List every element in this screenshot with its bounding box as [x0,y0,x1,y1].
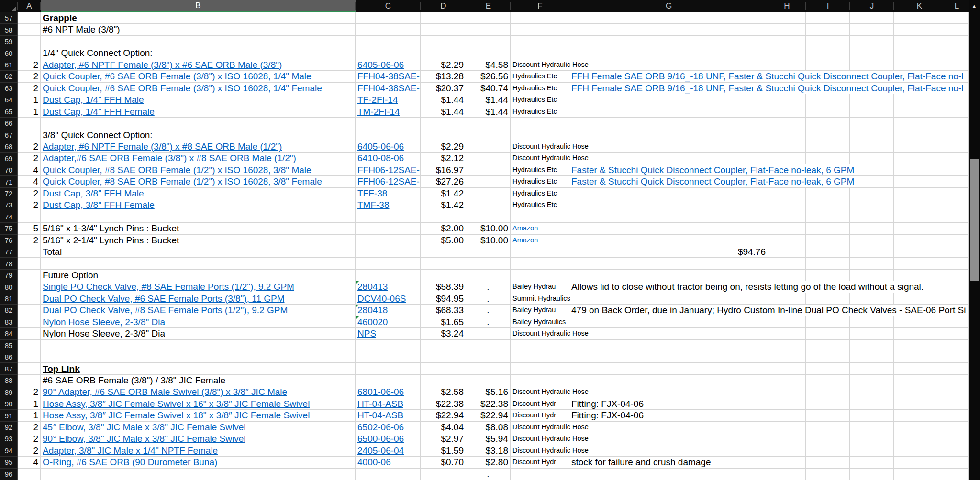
column-header-L[interactable]: L [945,0,969,12]
cell-A64[interactable]: 1 [18,94,40,105]
column-header-F[interactable]: F [511,0,569,12]
row-number-62[interactable]: 62 [0,71,17,82]
cell-F70[interactable]: Hydraulics Etc [511,164,557,175]
cell-E63[interactable]: $40.74 [466,83,510,94]
row-number-74[interactable]: 74 [0,211,17,223]
column-header-A[interactable]: A [18,0,41,12]
cell-D68[interactable]: $2.29 [421,141,466,152]
select-all-corner[interactable] [0,0,18,12]
row-number-80[interactable]: 80 [0,281,17,293]
row-number-96[interactable]: 96 [0,469,17,480]
scrollbar-thumb[interactable] [970,159,979,281]
column-header-D[interactable]: D [421,0,466,12]
cell-F69[interactable]: Discount Hydraulic Hose [511,153,589,164]
cell-D94[interactable]: $1.59 [421,445,466,456]
cell-A68[interactable]: 2 [18,141,40,152]
row-number-61[interactable]: 61 [0,59,17,71]
cell-F75-link[interactable]: Amazon [511,223,538,234]
cell-D62[interactable]: $13.28 [421,71,466,82]
cell-B71-link[interactable]: Quick Coupler, #8 SAE ORB Female (1/2") … [41,176,322,187]
row-number-71[interactable]: 71 [0,176,17,187]
cell-A90[interactable]: 1 [18,398,40,409]
cell-D89[interactable]: $2.58 [421,386,466,397]
cell-E91[interactable]: $22.94 [466,410,510,421]
cell-G71-link[interactable]: Faster & Stucchi Quick Disconnect Couple… [569,176,854,187]
cell-E83[interactable]: . [466,316,510,327]
column-header-E[interactable]: E [466,0,511,12]
row-number-88[interactable]: 88 [0,375,17,386]
cell-F72[interactable]: Hydraulics Etc [511,188,557,199]
cell-B63-link[interactable]: Quick Coupler, #6 SAE ORB Female (3/8") … [41,83,322,94]
cell-C89-link[interactable]: 6801-06-06 [356,386,404,397]
cell-D70[interactable]: $16.97 [421,164,466,175]
cell-C63-link[interactable]: FFH04-38SAE-F [356,83,420,94]
cell-F64[interactable]: Hydraulics Etc [511,94,557,105]
column-header-G[interactable]: G [569,0,768,12]
cell-D71[interactable]: $27.26 [421,176,466,187]
cell-D84[interactable]: $3.24 [421,328,466,339]
cell-D80[interactable]: $58.39 [421,281,466,292]
cell-B68-link[interactable]: Adapter, #6 NPTF Female (3/8") x #8 SAE … [41,141,282,152]
cell-C94-link[interactable]: 2405-06-04 [356,445,404,456]
cell-A71[interactable]: 4 [18,176,40,187]
cell-B94-link[interactable]: Adapter, 3/8" JIC Male x 1/4" NPTF Femal… [41,445,218,456]
cell-E82[interactable]: . [466,305,510,316]
cell-C90-link[interactable]: HT-04-ASB [356,398,403,409]
cell-E93[interactable]: $5.94 [466,433,510,444]
cell-A94[interactable]: 2 [18,445,40,456]
column-header-C[interactable]: C [356,0,421,12]
cell-E92[interactable]: $8.08 [466,422,510,433]
cell-A91[interactable]: 1 [18,410,40,421]
cell-F76-link[interactable]: Amazon [511,235,538,246]
cell-E95[interactable]: $2.80 [466,457,510,468]
cell-A69[interactable]: 2 [18,153,40,164]
row-number-95[interactable]: 95 [0,457,17,468]
cell-A61[interactable]: 2 [18,59,40,70]
cell-B76[interactable]: 5/16" x 2-1/4" Lynch Pins : Bucket [41,235,179,246]
cell-D93[interactable]: $2.97 [421,433,466,444]
cell-D91[interactable]: $22.94 [421,410,466,421]
cell-A72[interactable]: 2 [18,188,40,199]
cell-B89-link[interactable]: 90° Adapter, #6 SAE ORB Male Swivel (3/8… [41,386,287,397]
cell-D69[interactable]: $2.12 [421,153,466,164]
cell-F65[interactable]: Hydraulics Etc [511,106,557,117]
cell-F84[interactable]: Discount Hydraulic Hose [511,328,589,339]
column-header-J[interactable]: J [850,0,894,12]
row-number-68[interactable]: 68 [0,141,17,153]
row-number-64[interactable]: 64 [0,94,17,106]
cell-D95[interactable]: $0.70 [421,457,466,468]
cell-B79[interactable]: Future Option [41,270,98,281]
column-header-I[interactable]: I [806,0,850,12]
row-number-82[interactable]: 82 [0,305,17,316]
cell-C71-link[interactable]: FFH06-12SAE-F [356,176,420,187]
cell-C62-link[interactable]: FFH04-38SAE-M [356,71,420,82]
cell-C61-link[interactable]: 6405-06-06 [356,59,404,70]
row-number-85[interactable]: 85 [0,340,17,351]
cell-B75[interactable]: 5/16" x 1-3/4" Lynch Pins : Bucket [41,223,179,234]
cell-F62[interactable]: Hydraulics Etc [511,71,557,82]
cell-B64-link[interactable]: Dust Cap, 1/4" FFH Male [41,94,144,105]
cell-C69-link[interactable]: 6410-08-06 [356,153,404,164]
cell-C65-link[interactable]: TM-2FI-14 [356,106,400,117]
cell-A93[interactable]: 2 [18,433,40,444]
cell-A95[interactable]: 4 [18,457,40,468]
row-number-84[interactable]: 84 [0,328,17,339]
cell-B58[interactable]: #6 NPT Male (3/8") [41,24,120,35]
cell-D81[interactable]: $94.95 [421,293,466,304]
cell-F94[interactable]: Discount Hydraulic Hose [511,445,589,456]
row-number-91[interactable]: 91 [0,410,17,421]
cell-F92[interactable]: Discount Hydraulic Hose [511,422,589,433]
cell-G62-link[interactable]: FFH Female SAE ORB 9/16_-18 UNF, Faster … [569,71,963,82]
cell-D92[interactable]: $4.04 [421,422,466,433]
cell-A92[interactable]: 2 [18,422,40,433]
cell-E61[interactable]: $4.58 [466,59,510,70]
cell-B88[interactable]: #6 SAE ORB Female (3/8") / 3/8" JIC Fema… [41,375,225,386]
cell-D61[interactable]: $2.29 [421,59,466,70]
cell-F63[interactable]: Hydraulics Etc [511,83,557,94]
row-number-78[interactable]: 78 [0,258,17,269]
cell-B60[interactable]: 1/4" Quick Connect Option: [41,47,153,58]
cell-E65[interactable]: $1.44 [466,106,510,117]
cell-A70[interactable]: 4 [18,164,40,175]
cell-D90[interactable]: $22.38 [421,398,466,409]
row-number-77[interactable]: 77 [0,246,17,258]
